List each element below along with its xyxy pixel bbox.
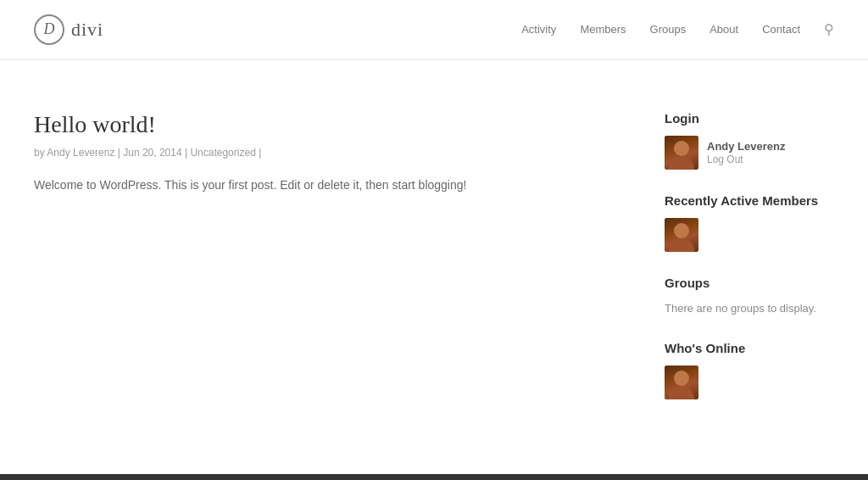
sidebar-groups-section: Groups There are no groups to display. — [665, 276, 834, 317]
member-avatar-image-1 — [665, 218, 698, 252]
online-avatars — [665, 366, 834, 399]
logout-link[interactable]: Log Out — [707, 153, 743, 165]
post-category-link[interactable]: Uncategorized — [190, 147, 255, 159]
member-avatars — [665, 218, 834, 252]
logo-link[interactable]: D divi — [34, 14, 103, 45]
main-content: Hello world! by Andy Leverenz | Jun 20, … — [34, 111, 631, 423]
recently-active-title: Recently Active Members — [665, 193, 834, 208]
groups-empty-text: There are no groups to display. — [665, 300, 834, 317]
search-icon[interactable]: ⚲ — [824, 21, 834, 37]
nav-contact[interactable]: Contact — [762, 23, 800, 36]
sidebar-login-title: Login — [665, 111, 834, 126]
sidebar-recently-active-section: Recently Active Members — [665, 193, 834, 252]
page-wrapper: Hello world! by Andy Leverenz | Jun 20, … — [0, 60, 868, 474]
post-article: Hello world! by Andy Leverenz | Jun 20, … — [34, 111, 631, 196]
post-content: Welcome to WordPress. This is your first… — [34, 176, 631, 196]
avatar-image — [665, 136, 698, 170]
post-title: Hello world! — [34, 111, 631, 138]
site-header: D divi Activity Members Groups About Con… — [0, 0, 868, 59]
post-by-label: by — [34, 147, 45, 159]
nav-groups[interactable]: Groups — [650, 23, 687, 36]
login-user: Andy Leverenz Log Out — [665, 136, 834, 170]
member-avatar-1[interactable] — [665, 218, 698, 252]
online-avatar-1[interactable] — [665, 366, 698, 399]
groups-title: Groups — [665, 276, 834, 290]
site-footer: Designed by Elegant Themes | Powered by … — [0, 474, 868, 481]
logo-icon: D — [34, 14, 64, 45]
nav-activity[interactable]: Activity — [521, 23, 556, 36]
sidebar-whos-online-section: Who's Online — [665, 341, 834, 399]
post-date: Jun 20, 2014 — [123, 147, 181, 159]
main-nav: Activity Members Groups About Contact ⚲ — [521, 21, 834, 37]
logo-name: divi — [71, 19, 103, 41]
post-sep3: | — [259, 147, 261, 159]
online-avatar-image-1 — [665, 366, 698, 399]
nav-about[interactable]: About — [709, 23, 738, 36]
sidebar-login-section: Login Andy Leverenz Log Out — [665, 111, 834, 170]
post-author-link[interactable]: Andy Leverenz — [47, 147, 114, 159]
post-meta: by Andy Leverenz | Jun 20, 2014 | Uncate… — [34, 147, 631, 159]
nav-members[interactable]: Members — [580, 23, 626, 36]
avatar — [665, 136, 698, 170]
user-name: Andy Leverenz — [707, 140, 785, 153]
sidebar: Login Andy Leverenz Log Out Recently Act… — [665, 111, 834, 423]
user-info: Andy Leverenz Log Out — [707, 140, 785, 166]
whos-online-title: Who's Online — [665, 341, 834, 355]
